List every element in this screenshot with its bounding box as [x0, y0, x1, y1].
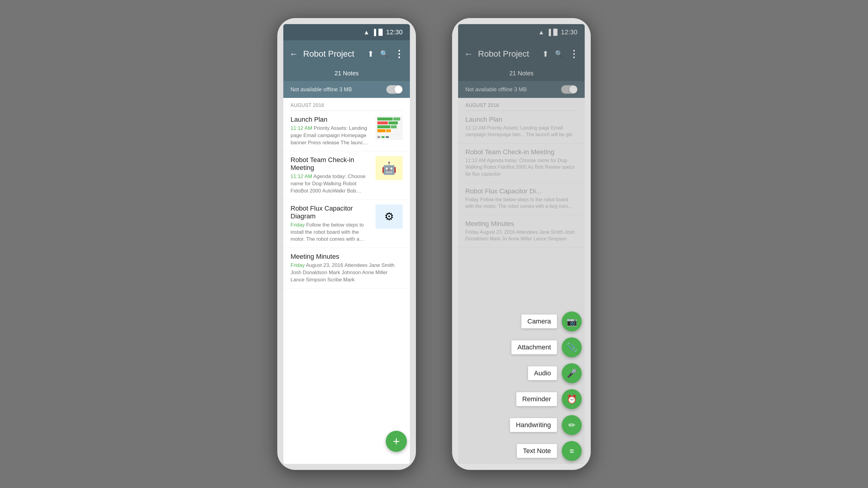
note-content-0: Launch Plan 11:12 AM Priority Assets: La… — [290, 116, 371, 146]
back-button-1[interactable]: ← — [289, 49, 299, 59]
status-time-1: 12:30 — [386, 28, 403, 36]
menu-fab-audio[interactable]: 🎤 — [562, 363, 582, 383]
notes-count-2: 21 Notes — [464, 70, 579, 77]
share-button-2[interactable]: ⬆ — [542, 50, 549, 59]
note-item-2-1: Robot Team Check-in Meeting 11:12 AM Age… — [458, 143, 585, 183]
action-icons-2: ⬆ 🔍 ⋮ — [542, 48, 579, 60]
menu-item-handwriting[interactable]: Handwriting ✏ — [510, 415, 582, 435]
action-icons-1: ⬆ 🔍 ⋮ — [367, 48, 404, 60]
note-content-2: Robot Flux Capacitor Diagram Friday Foll… — [290, 204, 371, 243]
note-time-1: 11:12 AM — [290, 173, 312, 179]
note-day-3: Friday — [290, 262, 305, 268]
sub-header-1: 21 Notes — [283, 67, 410, 81]
note-thumbnail-2: ⚙ — [375, 204, 403, 229]
attachment-icon: 📎 — [567, 343, 577, 352]
offline-bar-2: Not available offline 3 MB — [458, 81, 585, 98]
menu-label-textnote: Text Note — [517, 444, 557, 458]
menu-item-textnote[interactable]: Text Note ≡ — [517, 441, 582, 461]
note-thumbnail-0 — [375, 116, 403, 140]
sub-header-2: 21 Notes — [458, 67, 585, 81]
note-item-2[interactable]: Robot Flux Capacitor Diagram Friday Foll… — [283, 200, 410, 248]
phone-2: ▲ ▐ ▉ 12:30 ← Robot Project ⬆ 🔍 ⋮ 21 Not… — [452, 18, 591, 470]
app-title-1: Robot Project — [303, 49, 363, 59]
phone-1-screen: ▲ ▐ ▉ 12:30 ← Robot Project ⬆ 🔍 ⋮ 21 Not… — [283, 24, 410, 464]
status-icons-1: ▲ ▐ ▉ — [364, 29, 383, 36]
note-preview-3: Friday August 23, 2016 Attendees Jane Sm… — [290, 262, 403, 283]
signal-icon: ▐ — [372, 29, 376, 36]
offline-bar-1: Not available offline 3 MB — [283, 81, 410, 98]
menu-label-attachment: Attachment — [512, 340, 557, 354]
phone-1: ▲ ▐ ▉ 12:30 ← Robot Project ⬆ 🔍 ⋮ 21 Not… — [277, 18, 416, 470]
status-icons-2: ▲ ▐ ▉ — [538, 29, 558, 36]
signal-icon-2: ▐ — [547, 29, 551, 36]
note-preview-0: 11:12 AM Priority Assets: Landing page E… — [290, 125, 371, 146]
note-thumbnail-1: 🤖 — [375, 156, 403, 180]
notes-list-1: AUGUST 2016 Launch Plan 11:12 AM Priorit… — [283, 98, 410, 464]
app-bar-2: ← Robot Project ⬆ 🔍 ⋮ — [458, 40, 585, 67]
status-time-2: 12:30 — [561, 28, 578, 36]
search-button-2[interactable]: 🔍 — [555, 50, 563, 58]
app-bar-1: ← Robot Project ⬆ 🔍 ⋮ — [283, 40, 410, 67]
section-header-2: AUGUST 2016 — [458, 98, 585, 110]
wifi-icon: ▲ — [364, 29, 370, 36]
note-time-0: 11:12 AM — [290, 125, 312, 131]
menu-label-audio: Audio — [528, 366, 557, 380]
textnote-icon: ≡ — [569, 447, 574, 456]
note-content-1: Robot Team Check-in Meeting 11:12 AM Age… — [290, 156, 371, 194]
overlay-menu: Camera 📷 Attachment 📎 Audio 🎤 Reminder ⏰ — [510, 312, 582, 461]
status-bar-2: ▲ ▐ ▉ 12:30 — [458, 24, 585, 40]
more-button-1[interactable]: ⋮ — [394, 48, 404, 60]
note-preview-text-3: August 23, 2016 Attendees Jane Smith Jos… — [290, 262, 395, 283]
offline-text-2: Not available offline 3 MB — [465, 87, 527, 93]
camera-icon: 📷 — [567, 317, 577, 327]
audio-icon: 🎤 — [567, 368, 577, 378]
robot-image-1: 🤖 — [375, 156, 403, 180]
offline-text-1: Not available offline 3 MB — [290, 87, 352, 93]
note-item-2-3: Meeting Minutes Friday August 23, 2016 A… — [458, 215, 585, 248]
reminder-icon: ⏰ — [567, 394, 577, 404]
app-title-2: Robot Project — [478, 49, 537, 59]
note-preview-1: 11:12 AM Agenda today: Choose name for D… — [290, 173, 371, 194]
note-title-1: Robot Team Check-in Meeting — [290, 156, 371, 172]
menu-fab-textnote[interactable]: ≡ — [562, 441, 582, 461]
handwriting-icon: ✏ — [568, 420, 575, 430]
menu-item-camera[interactable]: Camera 📷 — [521, 312, 582, 331]
note-day-2: Friday — [290, 222, 305, 228]
note-title-3: Meeting Minutes — [290, 253, 403, 261]
note-item-2-2: Robot Flux Capacitor Di... Friday Follow… — [458, 183, 585, 215]
note-item-1[interactable]: Robot Team Check-in Meeting 11:12 AM Age… — [283, 151, 410, 199]
status-bar-1: ▲ ▐ ▉ 12:30 — [283, 24, 410, 40]
fab-icon-1: + — [393, 435, 400, 447]
wifi-icon-2: ▲ — [538, 29, 544, 36]
search-button-1[interactable]: 🔍 — [380, 50, 388, 58]
share-button-1[interactable]: ⬆ — [367, 50, 374, 59]
menu-fab-attachment[interactable]: 📎 — [562, 337, 582, 357]
menu-label-camera: Camera — [521, 315, 557, 328]
back-button-2[interactable]: ← — [464, 49, 473, 59]
chart-thumb-0 — [375, 116, 403, 140]
note-item-0[interactable]: Launch Plan 11:12 AM Priority Assets: La… — [283, 111, 410, 151]
diagram-image-2: ⚙ — [375, 204, 403, 229]
menu-fab-reminder[interactable]: ⏰ — [562, 389, 582, 409]
menu-item-reminder[interactable]: Reminder ⏰ — [516, 389, 582, 409]
fab-1[interactable]: + — [386, 431, 407, 452]
menu-label-reminder: Reminder — [516, 392, 557, 406]
menu-label-handwriting: Handwriting — [510, 418, 557, 432]
battery-icon-2: ▉ — [553, 29, 558, 36]
menu-item-audio[interactable]: Audio 🎤 — [528, 363, 582, 383]
note-content-3: Meeting Minutes Friday August 23, 2016 A… — [290, 253, 403, 283]
menu-fab-camera[interactable]: 📷 — [562, 312, 582, 331]
offline-toggle-1[interactable] — [386, 85, 403, 94]
battery-icon: ▉ — [378, 29, 383, 36]
note-item-2-0: Launch Plan 11:12 AM Priority Assets: La… — [458, 111, 585, 143]
more-button-2[interactable]: ⋮ — [569, 48, 579, 60]
note-preview-2: Friday Follow the below steps to install… — [290, 221, 371, 243]
note-item-3[interactable]: Meeting Minutes Friday August 23, 2016 A… — [283, 248, 410, 288]
menu-fab-handwriting[interactable]: ✏ — [562, 415, 582, 435]
note-title-2: Robot Flux Capacitor Diagram — [290, 204, 371, 220]
section-header-1: AUGUST 2016 — [283, 98, 410, 110]
note-title-0: Launch Plan — [290, 116, 371, 124]
menu-item-attachment[interactable]: Attachment 📎 — [512, 337, 582, 357]
notes-count-1: 21 Notes — [289, 70, 404, 77]
offline-toggle-2[interactable] — [561, 85, 578, 94]
